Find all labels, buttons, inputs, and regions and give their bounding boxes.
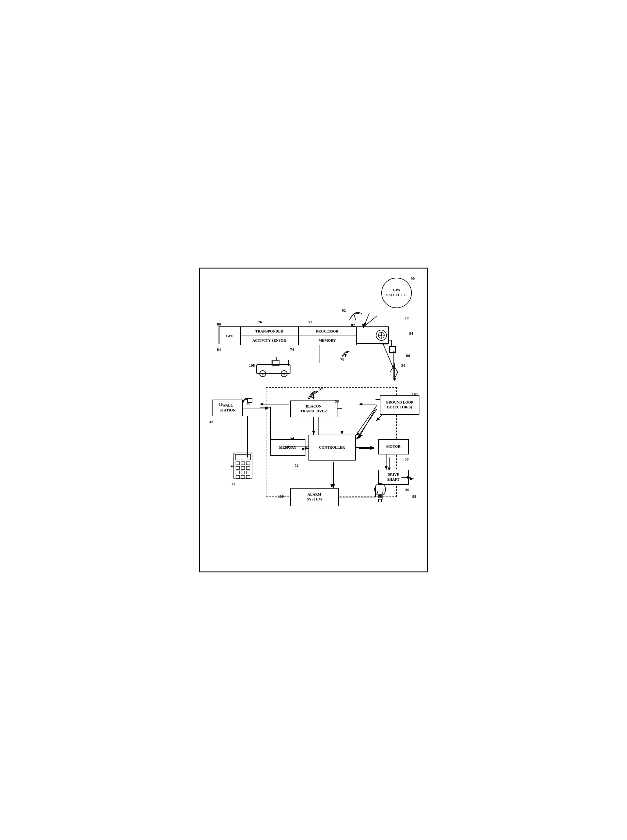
transponder-section: TRANSPONDER [241, 327, 299, 336]
ref-36: 36 [405, 488, 410, 492]
ref-42: 42 [210, 419, 213, 424]
vehicle-icon [254, 357, 296, 378]
ref-108: 108 [249, 363, 255, 368]
gps-satellite-label: GPS SATELLITE [386, 288, 406, 297]
alarm-system-label: ALARM SYSTEM [307, 492, 322, 502]
ground-loop-label: GROUND LOOP DETECTOR(S) [386, 400, 413, 410]
memory-bottom-box: MEMORY [270, 439, 306, 456]
ref-78: 78 [340, 357, 345, 362]
svg-rect-79 [236, 475, 239, 478]
ref-96: 96 [406, 353, 410, 358]
bottom-connector-box [389, 346, 396, 353]
svg-point-60 [375, 483, 386, 496]
ref-76: 76 [258, 320, 262, 325]
svg-rect-73 [236, 466, 239, 469]
ref-88: 88 [217, 322, 221, 327]
svg-rect-78 [246, 471, 250, 474]
beacon-transceiver-box: BEACON TRANSCEIVER [290, 401, 337, 417]
drive-shaft-label: DRIVE SHAFT [387, 472, 399, 482]
light-bulb-icon [372, 482, 388, 505]
svg-rect-71 [241, 462, 245, 465]
ref-43: 43 [219, 402, 222, 407]
ref-94: 94 [410, 331, 413, 336]
activity-sensor-label: ACTIVITY SENSOR [252, 338, 286, 343]
processor-label: PROCESSOR [316, 329, 338, 334]
svg-marker-48 [345, 354, 347, 357]
svg-rect-69 [235, 455, 250, 460]
ref-57: 57 [319, 387, 323, 392]
motor-label: MOTOR [386, 444, 400, 449]
svg-rect-81 [246, 475, 250, 478]
svg-marker-29 [410, 477, 414, 480]
motor-box: MOTOR [378, 439, 409, 455]
memory-bottom-label: MEMORY [279, 445, 296, 450]
alarm-system-box: ALARM SYSTEM [290, 488, 339, 506]
svg-line-40 [354, 315, 356, 320]
keypad-icon [232, 451, 254, 480]
svg-rect-75 [246, 466, 250, 469]
signal-icon-78 [339, 345, 357, 357]
gps-section: GPS [219, 327, 241, 345]
svg-rect-80 [241, 475, 245, 478]
controller-label: CONTROLLER [319, 445, 345, 450]
ref-72: 72 [309, 320, 312, 325]
svg-point-53 [262, 373, 264, 374]
svg-marker-58 [312, 397, 315, 400]
ref-60: 60 [405, 457, 409, 462]
ref-52: 52 [295, 463, 299, 468]
ref-92: 92 [342, 308, 346, 313]
memory-top-label: MEMORY [318, 338, 336, 343]
ref-98: 98 [413, 494, 416, 499]
memory-top-section: MEMORY [299, 336, 357, 345]
ref-102: 102 [412, 392, 418, 397]
gps-label: GPS [226, 334, 233, 339]
svg-rect-50 [272, 360, 289, 366]
transponder-label: TRANSPONDER [255, 329, 283, 334]
svg-rect-70 [236, 462, 239, 465]
svg-rect-74 [241, 466, 245, 469]
ref-34: 34 [401, 363, 405, 368]
svg-point-42 [380, 334, 382, 336]
svg-marker-8 [260, 403, 263, 406]
ground-loop-box: GROUND LOOP DETECTOR(S) [380, 395, 419, 415]
ref-44: 44 [232, 482, 236, 487]
ref-46: 46 [231, 464, 235, 469]
activity-sensor-section: ACTIVITY SENSOR [241, 336, 299, 345]
wall-station-box: WALL STATION [213, 400, 243, 416]
svg-rect-68 [234, 453, 252, 479]
beacon-transceiver-label: BEACON TRANSCEIVER [300, 404, 327, 414]
svg-line-0 [365, 316, 377, 326]
wall-station-signal-icon [241, 395, 254, 404]
ref-74: 74 [290, 347, 294, 352]
satellite-dish-icon [345, 308, 363, 323]
processor-section: PROCESSOR [299, 327, 357, 336]
svg-marker-1 [363, 323, 366, 326]
controller-box: CONTROLLER [309, 435, 356, 461]
svg-rect-76 [236, 471, 239, 474]
svg-rect-72 [246, 462, 250, 465]
svg-rect-59 [247, 399, 252, 402]
device-connector [376, 330, 387, 341]
diagram-container: GPS SATELLITE 90 70 92 82 GPS TRANSPONDE… [199, 267, 428, 573]
ref-84: 84 [217, 347, 221, 352]
main-device-box: GPS TRANSPONDER PROCESSOR ACTIVITY SENSO… [219, 326, 389, 344]
connector-icon [377, 331, 386, 340]
svg-marker-34 [393, 378, 396, 381]
ref-100: 100 [278, 494, 284, 499]
svg-line-110 [363, 313, 369, 328]
ref-56: 56 [335, 399, 339, 404]
svg-point-55 [283, 373, 285, 374]
svg-rect-77 [241, 471, 245, 474]
ref-90: 90 [411, 276, 415, 281]
ref-70: 70 [405, 316, 409, 321]
ref-54: 54 [290, 436, 294, 440]
svg-marker-3 [392, 365, 395, 369]
gps-satellite-box: GPS SATELLITE [381, 278, 412, 308]
